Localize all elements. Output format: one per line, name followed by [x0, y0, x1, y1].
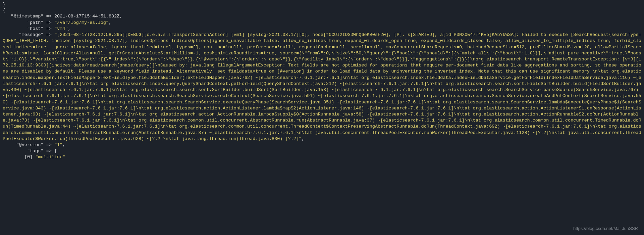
version-value: "1": [54, 142, 62, 147]
timestamp-label: "@timestamp" =>: [3, 14, 54, 19]
log-row-tags-item: [0] "multiline": [3, 154, 641, 160]
brace-open: {: [3, 7, 641, 13]
message-value: "[2021-08-17T23:12:58,295][DEBUG][o.e.a.…: [3, 32, 641, 141]
tags-index: [0]: [3, 154, 35, 159]
version-label: "@version" =>: [3, 142, 54, 147]
log-row-host: "host" => "vm4",: [3, 26, 641, 32]
host-label: "host" =>: [3, 26, 54, 31]
timestamp-value: 2021-08-17T15:44:51.882Z,: [54, 14, 122, 19]
path-label: "path" =>: [3, 20, 54, 25]
path-value: "/var/log/my-es.log": [54, 20, 109, 25]
comma: ,: [109, 20, 111, 25]
message-label: "message" =>: [3, 32, 54, 37]
comma: ,: [62, 142, 65, 147]
log-row-tags: "tags" => [: [3, 148, 641, 154]
log-row-path: "path" => "/var/log/my-es.log",: [3, 20, 641, 26]
comma: ,: [68, 26, 70, 31]
log-output: } { "@timestamp" => 2021-08-17T15:44:51.…: [3, 1, 641, 160]
log-row-version: "@version" => "1",: [3, 142, 641, 148]
tags-value: "multiline": [35, 154, 65, 159]
brace-close: }: [3, 1, 641, 7]
host-value: "vm4": [54, 26, 68, 31]
log-row-message: "message" => "[2021-08-17T23:12:58,295][…: [3, 32, 641, 142]
comma: ,: [302, 136, 304, 141]
log-row-timestamp: "@timestamp" => 2021-08-17T15:44:51.882Z…: [3, 13, 641, 19]
